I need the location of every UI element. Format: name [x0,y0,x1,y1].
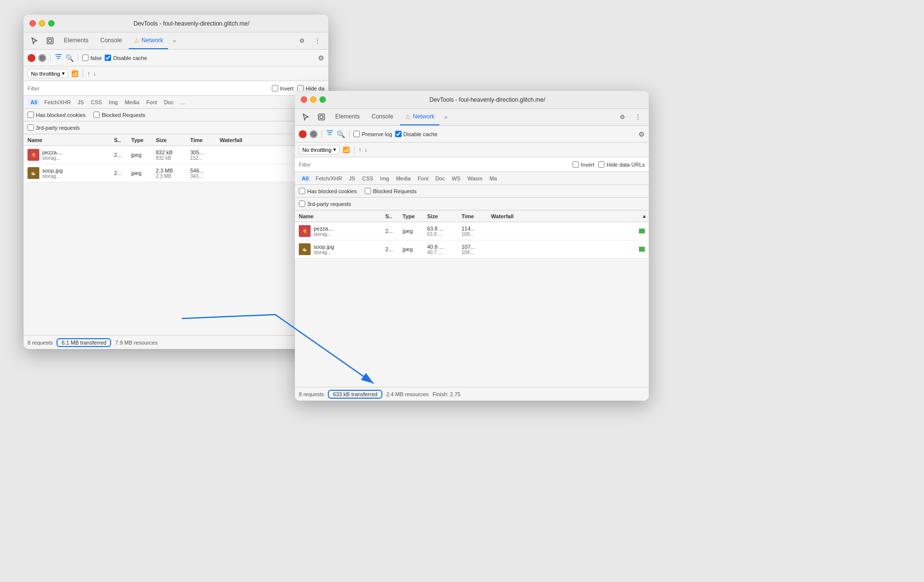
type-filter-all-2[interactable]: All [299,175,312,182]
third-party-checkbox-1[interactable]: 3rd-party requests [28,124,80,131]
type-filter-media-1[interactable]: Media [122,98,143,106]
download-icon-2[interactable]: ↓ [364,146,367,153]
tab-more-2[interactable]: » [441,112,450,122]
waterfall-bar-1 [639,229,645,233]
table-row[interactable]: 🍜 soop.jpg storag... 2... jpeg 40.8 ... … [295,240,649,259]
type-filter-fetch-2[interactable]: Fetch/XHR [313,175,345,182]
type-filter-js-1[interactable]: JS [75,98,87,106]
col-header-type-2[interactable]: Type [401,213,425,219]
tab-elements-1[interactable]: Elements [59,32,93,49]
tab-elements-2[interactable]: Elements [330,109,365,125]
window-title-1: DevTools - foul-heavenly-direction.glitc… [60,20,322,27]
cursor-icon-2[interactable] [299,110,313,124]
type-filter-css-1[interactable]: CSS [88,98,105,106]
tab-console-2[interactable]: Console [367,109,398,125]
row-name-cell-1: 🍕 pezza.... storag... [24,147,112,163]
disable-cache-checkbox-2[interactable]: Disable cache [395,131,437,137]
requests-count-1: 8 requests [28,340,53,346]
type-filter-ws-2[interactable]: WS [449,175,463,182]
invert-checkbox-1[interactable]: Invert [272,85,294,91]
close-button-2[interactable] [301,96,307,103]
blocked-requests-checkbox-1[interactable]: Blocked Requests [93,112,145,118]
stop-button-1[interactable] [38,54,46,62]
network-settings-icon-1[interactable]: ⚙ [318,54,324,62]
more-icon-1[interactable]: ⋮ [311,34,324,48]
minimize-button-2[interactable] [310,96,317,103]
maximize-button-1[interactable] [48,20,55,27]
table-row[interactable]: 🍜 soop.jpg storag... 2... jpeg 2.3 MB 2.… [24,164,328,182]
disable-cache-checkbox-1[interactable]: Disable cache [105,55,147,61]
minimize-button-1[interactable] [39,20,45,27]
network-settings-icon-2[interactable]: ⚙ [638,130,645,138]
stop-button-2[interactable] [310,130,318,138]
settings-icon-1[interactable]: ⚙ [295,34,309,48]
inspect-icon-2[interactable] [315,110,328,124]
table-row[interactable]: 🍕 pezza.... storag... 2... jpeg 832 kB 8… [24,146,328,164]
row-waterfall-4 [489,240,649,258]
filter-icon-2[interactable] [326,129,334,139]
filter-input-2[interactable] [299,162,377,168]
type-filter-img-2[interactable]: Img [377,175,392,182]
record-button-1[interactable] [28,54,35,62]
preserve-log-checkbox-1[interactable]: false [82,55,102,61]
filter-options-2: Invert Hide data URLs [573,161,645,168]
search-icon-2[interactable]: 🔍 [337,130,345,138]
blocked-cookies-checkbox-1[interactable]: Has blocked cookies [28,112,86,118]
type-filter-doc-2[interactable]: Doc [433,175,448,182]
record-button-2[interactable] [299,130,307,138]
col-header-size-1[interactable]: Size [154,137,188,143]
filter-icon-1[interactable] [55,53,62,62]
row-filepath-2: storag... [42,174,63,179]
traffic-lights-2 [301,96,326,103]
type-filter-doc-1[interactable]: Doc [161,98,177,106]
type-filter-manifest-2[interactable]: Ma [487,175,500,182]
close-button-1[interactable] [29,20,36,27]
row-filepath-3: storag... [314,232,334,237]
more-icon-2[interactable]: ⋮ [631,110,645,124]
search-icon-1[interactable]: 🔍 [65,54,74,62]
type-filter-css-2[interactable]: CSS [359,175,376,182]
blocked-cookies-checkbox-2[interactable]: Has blocked cookies [299,188,357,194]
col-header-size-2[interactable]: Size [425,213,460,219]
wifi-icon-2: 📶 [343,146,350,153]
type-filter-font-2[interactable]: Font [415,175,432,182]
type-filter-font-1[interactable]: Font [144,98,160,106]
upload-icon-1[interactable]: ↑ [87,70,90,77]
filter-input-1[interactable] [28,86,106,91]
table-row[interactable]: 🍕 pezza.... storag... 2... jpeg 63.8 ...… [295,222,649,240]
cursor-icon[interactable] [28,34,41,48]
sort-asc-icon: ▲ [642,213,647,219]
type-filter-media-2[interactable]: Media [393,175,414,182]
type-filter-all-1[interactable]: All [28,98,40,106]
tabs-row-2: Elements Console ⚠ Network » ⚙ ⋮ [295,109,649,126]
tab-network-2[interactable]: ⚠ Network [400,109,439,125]
type-filter-fetch-1[interactable]: Fetch/XHR [41,98,74,106]
preserve-log-checkbox-2[interactable]: Preserve log [353,131,392,137]
tab-console-1[interactable]: Console [95,32,127,49]
invert-checkbox-2[interactable]: Invert [573,161,595,168]
col-header-waterfall-2[interactable]: Waterfall ▲ [489,213,649,219]
col-header-name-1[interactable]: Name [24,137,112,143]
col-header-status-2[interactable]: S.. [383,213,401,219]
col-header-name-2[interactable]: Name [295,213,383,219]
type-filter-js-2[interactable]: JS [346,175,358,182]
maximize-button-2[interactable] [319,96,326,103]
devtools-window-1: DevTools - foul-heavenly-direction.glitc… [24,15,328,349]
type-filter-img-1[interactable]: Img [106,98,120,106]
upload-icon-2[interactable]: ↑ [358,146,361,153]
third-party-checkbox-2[interactable]: 3rd-party requests [299,201,351,207]
settings-icon-2[interactable]: ⚙ [615,110,629,124]
tab-network-1[interactable]: ⚠ Network [129,32,168,49]
throttle-select-1[interactable]: No throttling ▾ [28,69,68,78]
throttle-select-2[interactable]: No throttling ▾ [299,145,340,154]
inspect-icon[interactable] [43,34,57,48]
col-header-status-1[interactable]: S.. [112,137,129,143]
tab-more-1[interactable]: » [170,36,179,46]
hide-data-urls-checkbox-2[interactable]: Hide data URLs [598,161,645,168]
blocked-requests-checkbox-2[interactable]: Blocked Requests [365,188,417,194]
col-header-type-1[interactable]: Type [129,137,154,143]
type-filter-wasm-2[interactable]: Wasm [464,175,486,182]
col-header-time-1[interactable]: Time [188,137,218,143]
download-icon-1[interactable]: ↓ [93,70,96,77]
col-header-time-2[interactable]: Time [460,213,489,219]
